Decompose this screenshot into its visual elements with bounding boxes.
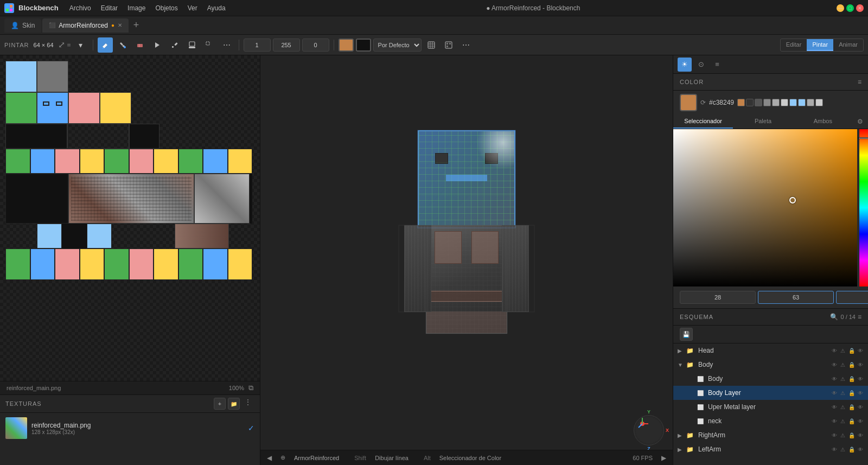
animate-mode-tab[interactable]: Animar	[833, 39, 863, 51]
minimize-button[interactable]: —	[837, 4, 844, 12]
body-lock-icon[interactable]: 🔒	[848, 362, 855, 368]
sun-view-button[interactable]: ☀	[678, 58, 692, 72]
um-vis[interactable]: 👁	[857, 404, 864, 410]
bm-vis[interactable]: 👁	[857, 376, 864, 382]
color-sync-icon[interactable]: ⟳	[700, 99, 706, 106]
add-texture-button[interactable]: +	[214, 398, 226, 410]
preset-color-6[interactable]	[789, 99, 797, 106]
outline-item-body-layer[interactable]: ⬜ Body Layer 👁 ⚠ 🔒 👁	[673, 386, 868, 400]
hue-slider[interactable]	[859, 129, 868, 286]
ambos-tab[interactable]: Ambos	[793, 114, 853, 129]
menu-objetos[interactable]: Objetos	[151, 3, 182, 13]
nk-lock[interactable]: 🔒	[848, 418, 855, 424]
preset-color-4[interactable]	[772, 99, 780, 106]
bm-lock[interactable]: 🔒	[848, 376, 855, 382]
um-eye[interactable]: 👁	[831, 404, 838, 410]
pencil-tool-button[interactable]	[98, 37, 113, 53]
blend-mode-dropdown[interactable]: Por Defecto	[373, 39, 422, 52]
hardness-input[interactable]	[302, 39, 329, 52]
um-lock[interactable]: 🔒	[848, 404, 855, 410]
tab-skin[interactable]: 👤 Skin	[4, 18, 41, 33]
menu-image[interactable]: Image	[123, 3, 150, 13]
edit-mode-tab[interactable]: Editar	[781, 39, 807, 51]
brush-size-input[interactable]	[244, 39, 271, 52]
color-fill-button[interactable]	[150, 37, 165, 53]
color-settings-gear[interactable]: ⚙	[853, 114, 868, 129]
more-tools-button[interactable]: ⋯	[219, 37, 234, 53]
ra-eye[interactable]: 👁	[831, 432, 838, 438]
texture-item-0[interactable]: reinforced_main.png 128 x 128px (32x) ✓	[0, 413, 260, 443]
menu-lines-button[interactable]: ≡	[710, 58, 724, 72]
outline-item-body-mesh[interactable]: ⬜ Body 👁 ⚠ 🔒 👁	[673, 372, 868, 386]
bl-vis[interactable]: 👁	[857, 390, 864, 396]
ra-vis[interactable]: 👁	[857, 432, 864, 438]
paint-mode-tab[interactable]: Pintar	[807, 39, 833, 51]
preset-color-8[interactable]	[807, 99, 814, 106]
color-gradient-picker[interactable]	[673, 129, 868, 286]
preset-color-0[interactable]	[737, 99, 745, 106]
bm-eye[interactable]: 👁	[831, 376, 838, 382]
body-visibility-icon[interactable]: 👁	[857, 362, 864, 368]
seleccionador-tab[interactable]: Seleccionador	[673, 114, 733, 129]
outline-item-rightarm[interactable]: ▶ 📁 RightArm 👁 ⚠ 🔒 👁	[673, 428, 868, 442]
outline-item-leftarm[interactable]: ▶ 📁 LeftArm 👁 ⚠ 🔒 👁	[673, 442, 868, 456]
bl-eye[interactable]: 👁	[831, 390, 838, 396]
body-eye-icon[interactable]: 👁	[831, 362, 838, 368]
ra-lock[interactable]: 🔒	[848, 432, 855, 438]
primary-color-box[interactable]	[339, 39, 354, 52]
color-g-input[interactable]	[758, 291, 834, 304]
eraser-button[interactable]	[132, 37, 148, 53]
grid-toggle-button[interactable]	[424, 37, 439, 53]
color-b-input[interactable]	[836, 291, 868, 304]
texture-dots-menu[interactable]: ⋮	[242, 398, 254, 410]
maximize-button[interactable]: □	[846, 4, 854, 12]
sphere-view-button[interactable]: ⊙	[694, 58, 708, 72]
canvas-copy-button[interactable]: ⧉	[248, 384, 253, 392]
color-r-input[interactable]	[680, 291, 756, 304]
preset-color-3[interactable]	[763, 99, 771, 106]
tab-close-icon[interactable]: ✕	[118, 22, 122, 28]
outline-search-icon[interactable]: 🔍	[830, 313, 838, 321]
tab-armorreinforced[interactable]: ⬛ ArmorReinforced ● ✕	[42, 18, 129, 33]
menu-editar[interactable]: Editar	[97, 3, 122, 13]
next-project-button[interactable]: ▶	[661, 454, 666, 462]
head-eye-icon[interactable]: 👁	[831, 348, 838, 354]
outline-item-neck[interactable]: ⬜ neck 👁 ⚠ 🔒 👁	[673, 414, 868, 428]
la-lock[interactable]: 🔒	[848, 447, 855, 453]
la-vis[interactable]: 👁	[857, 447, 864, 453]
selection-button[interactable]	[202, 37, 217, 53]
opacity-input[interactable]	[273, 39, 300, 52]
outline-item-head[interactable]: ▶ 📁 Head 👁 ⚠ 🔒 👁	[673, 343, 868, 358]
preset-color-2[interactable]	[755, 99, 762, 106]
current-color-swatch[interactable]	[680, 94, 697, 111]
more-options-button[interactable]: ⋯	[458, 37, 474, 53]
uv-grid-button[interactable]	[441, 37, 456, 53]
nk-vis[interactable]: 👁	[857, 418, 864, 424]
head-lock-icon[interactable]: 🔒	[848, 348, 855, 354]
import-texture-button[interactable]: 📁	[228, 398, 240, 410]
navigation-gizmo[interactable]: Y X Z	[634, 415, 664, 445]
color-expand-icon[interactable]: ≡	[858, 78, 861, 86]
outline-expand-icon[interactable]: ≡	[858, 313, 861, 321]
outline-item-body-folder[interactable]: ▼ 📁 Body 👁 ⚠ 🔒 👁	[673, 358, 868, 372]
add-tab-button[interactable]: +	[130, 19, 143, 32]
menu-ayuda[interactable]: Ayuda	[203, 3, 230, 13]
preset-color-9[interactable]	[815, 99, 823, 106]
eyedropper-button[interactable]	[167, 37, 182, 53]
viewport[interactable]: Y X Z ◀ ⊕ ArmorReinforced Shift Dibujar …	[260, 55, 673, 465]
close-button[interactable]: ✕	[856, 4, 864, 12]
gradient-main-area[interactable]	[673, 129, 857, 286]
skin-canvas[interactable]	[0, 55, 260, 381]
fill-paint-button[interactable]	[115, 37, 130, 53]
preset-color-7[interactable]	[798, 99, 806, 106]
nk-eye[interactable]: 👁	[831, 418, 838, 424]
head-visibility-icon[interactable]: 👁	[857, 348, 864, 354]
prev-project-button[interactable]: ◀	[267, 454, 272, 462]
bl-lock[interactable]: 🔒	[848, 390, 855, 396]
preset-color-1[interactable]	[746, 99, 754, 106]
preset-color-5[interactable]	[781, 99, 788, 106]
outline-item-upper-metal[interactable]: ⬜ Uper Metal layer 👁 ⚠ 🔒 👁	[673, 400, 868, 414]
outline-save-button[interactable]: 💾	[680, 328, 693, 341]
chevron-down-icon[interactable]: ▾	[73, 37, 88, 53]
menu-ver[interactable]: Ver	[183, 3, 202, 13]
